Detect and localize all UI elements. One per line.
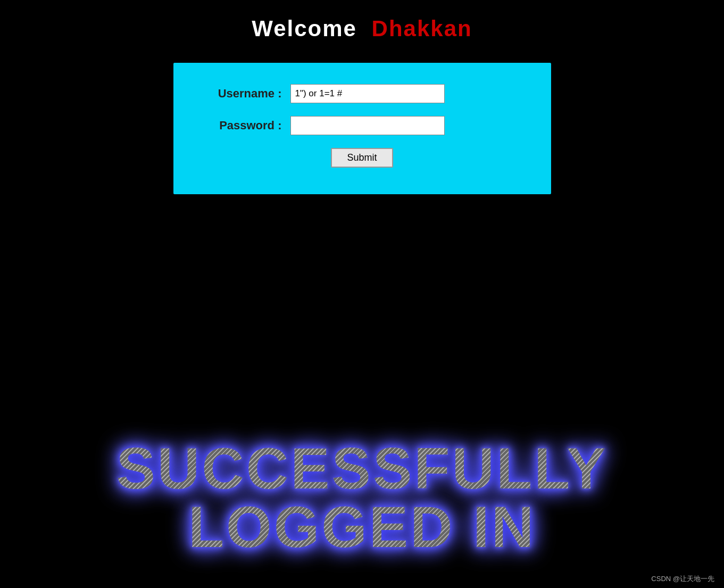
password-label: Password : — [205, 119, 290, 132]
submit-button[interactable]: Submit — [331, 148, 393, 168]
watermark: CSDN @让天地一先 — [651, 574, 714, 584]
submit-row: Submit — [205, 148, 519, 168]
password-input[interactable] — [290, 116, 445, 135]
success-line1: SUCCESSFULLY — [116, 439, 608, 498]
password-row: Password : — [205, 116, 519, 135]
username-display: Dhakkan — [372, 16, 472, 41]
username-label: Username : — [205, 87, 290, 101]
welcome-header: Welcome Dhakkan — [0, 0, 724, 42]
username-input[interactable] — [290, 84, 445, 103]
success-line2: LOGGED IN — [188, 498, 536, 556]
login-container: Username : Password : Submit — [173, 63, 551, 194]
success-section: SUCCESSFULLY LOGGED IN — [0, 439, 724, 556]
username-row: Username : — [205, 84, 519, 103]
welcome-label: Welcome — [252, 16, 357, 41]
